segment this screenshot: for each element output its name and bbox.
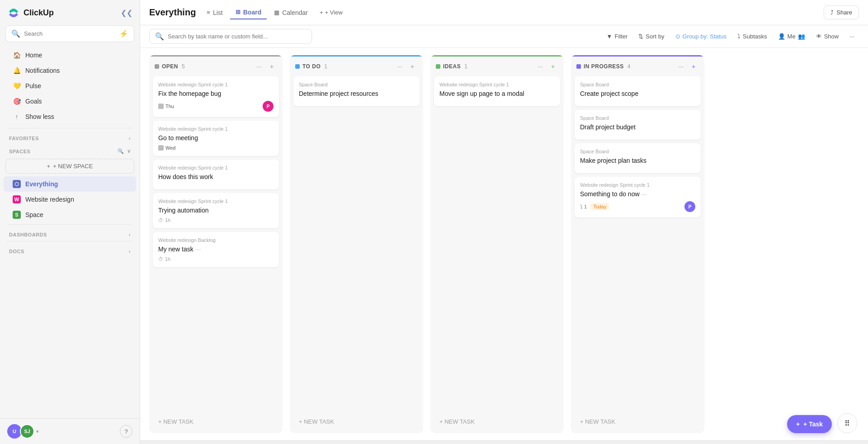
card-my-new-task[interactable]: Website redesign Backlog My new task — ⏱…	[153, 232, 279, 267]
fab-more-button[interactable]: ⠿	[837, 413, 857, 433]
card-create-project-scope[interactable]: Space Board Create project scope	[575, 76, 701, 106]
sidebar-item-show-less[interactable]: ↑ Show less	[4, 109, 136, 124]
inprogress-add-button[interactable]: +	[688, 61, 699, 72]
groupby-button[interactable]: ⊙ Group by: Status	[671, 30, 731, 43]
sidebar-item-website-redesign[interactable]: W Website redesign	[4, 192, 136, 207]
ideas-column-title: IDEAS	[443, 63, 461, 70]
docs-chevron-icon[interactable]: ›	[129, 249, 131, 254]
open-column-header: OPEN 5 ··· +	[149, 57, 283, 76]
new-space-button[interactable]: + + NEW SPACE	[5, 159, 134, 174]
card-how-does-this-work[interactable]: Website redesign Sprint cycle 1 How does…	[153, 160, 279, 189]
open-cards: Website redesign Sprint cycle 1 Fix the …	[149, 76, 283, 414]
search-input[interactable]	[24, 30, 116, 37]
sidebar-item-space[interactable]: S Space	[4, 207, 136, 222]
card-title: Fix the homepage bug	[158, 90, 274, 97]
open-column-actions: ··· +	[254, 61, 277, 72]
card-draft-project-budget[interactable]: Space Board Draft project budget	[575, 110, 701, 140]
card-make-project-plan[interactable]: Space Board Make project plan tasks	[575, 143, 701, 173]
card-title: Create project scope	[580, 90, 695, 97]
subtask-icon: ⤵	[580, 204, 583, 209]
me-button[interactable]: 👤 Me 👥	[774, 30, 810, 43]
clickup-logo-icon	[7, 6, 20, 19]
sidebar-search-box[interactable]: 🔍 ⚡	[5, 25, 134, 42]
ideas-add-button[interactable]: +	[547, 61, 558, 72]
card-date-tag: Wed	[158, 145, 175, 151]
sidebar-item-everything[interactable]: ⬡ Everything	[4, 176, 136, 192]
everything-dot: ⬡	[13, 180, 21, 188]
add-view-button[interactable]: + + View	[315, 6, 347, 19]
card-title: My new task —	[158, 246, 274, 253]
card-breadcrumb: Space Board	[299, 82, 414, 87]
sidebar-item-space-label: Space	[25, 211, 43, 218]
card-fix-homepage[interactable]: Website redesign Sprint cycle 1 Fix the …	[153, 76, 279, 117]
flag-icon	[158, 104, 164, 109]
spaces-search-icon[interactable]: 🔍	[118, 148, 124, 154]
sidebar-item-notifications[interactable]: 🔔 Notifications	[4, 63, 136, 78]
todo-add-button[interactable]: +	[407, 61, 418, 72]
help-button[interactable]: ?	[120, 425, 132, 438]
subtasks-label: Subtasks	[743, 33, 767, 40]
website-redesign-dot: W	[13, 195, 21, 203]
card-something-to-do-now[interactable]: Website redesign Sprint cycle 1 Somethin…	[575, 177, 701, 217]
open-new-task-button[interactable]: + NEW TASK	[153, 414, 279, 430]
plus-icon: +	[47, 163, 51, 170]
card-title: How does this work	[158, 173, 274, 180]
card-title: Make project plan tasks	[580, 157, 695, 164]
spaces-chevron-icon[interactable]: ∨	[127, 148, 131, 154]
todo-status-dot	[295, 64, 300, 69]
card-title: Move sign up page to a modal	[439, 90, 555, 97]
inprogress-more-button[interactable]: ···	[675, 61, 686, 72]
toolbar-search-input[interactable]	[168, 33, 306, 40]
tab-list[interactable]: ≡ List	[201, 6, 228, 19]
card-go-to-meeting[interactable]: Website redesign Sprint cycle 1 Go to me…	[153, 121, 279, 156]
card-breadcrumb: Space Board	[580, 82, 695, 87]
ideas-more-button[interactable]: ···	[535, 61, 546, 72]
inprogress-new-task-button[interactable]: + NEW TASK	[575, 414, 701, 430]
show-button[interactable]: 👁 Show	[811, 30, 844, 43]
board-icon: ⊞	[236, 9, 241, 15]
todo-more-button[interactable]: ···	[394, 61, 405, 72]
tab-board[interactable]: ⊞ Board	[230, 6, 267, 19]
card-determine-project-resources[interactable]: Space Board Determine project resources	[293, 76, 420, 106]
card-title: Determine project resources	[299, 90, 414, 97]
card-trying-automation[interactable]: Website redesign Sprint cycle 1 Trying a…	[153, 193, 279, 228]
subtasks-icon: ⤵	[737, 33, 741, 40]
card-footer: ⏱ 1h	[158, 217, 274, 223]
more-options-button[interactable]: ···	[845, 30, 859, 43]
tab-list-label: List	[213, 9, 223, 16]
inprogress-column-count: 4	[627, 63, 631, 70]
subtasks-button[interactable]: ⤵ Subtasks	[733, 30, 771, 43]
card-time: ⏱ 1h	[158, 217, 170, 223]
open-more-button[interactable]: ···	[254, 61, 264, 72]
dashboards-chevron-icon[interactable]: ›	[129, 232, 131, 237]
ideas-cards: Website redesign Sprint cycle 1 Move sig…	[430, 76, 564, 414]
card-breadcrumb: Website redesign Sprint cycle 1	[158, 82, 274, 87]
toolbar-search-box[interactable]: 🔍	[149, 29, 312, 44]
plus-icon: +	[320, 9, 323, 16]
sidebar-item-home[interactable]: 🏠 Home	[4, 47, 136, 63]
sidebar-item-goals[interactable]: 🎯 Goals	[4, 94, 136, 109]
card-breadcrumb: Website redesign Sprint cycle 1	[158, 126, 274, 132]
sortby-button[interactable]: ⇅ Sort by	[634, 30, 669, 43]
open-add-button[interactable]: +	[266, 61, 277, 72]
tab-calendar[interactable]: ▦ Calendar	[269, 6, 313, 19]
me-icon: 👤	[778, 33, 785, 40]
sidebar-collapse-button[interactable]: ❮❮	[121, 9, 132, 17]
sidebar-bottom: U SJ ▾ ?	[0, 418, 140, 444]
card-title: Trying automation	[158, 207, 274, 214]
share-button[interactable]: ⤴ Share	[824, 5, 859, 19]
sidebar-item-pulse[interactable]: 💛 Pulse	[4, 78, 136, 94]
filter-icon: ▼	[607, 33, 613, 40]
filter-button[interactable]: ▼ Filter	[602, 30, 632, 43]
favorites-chevron-icon[interactable]: ›	[129, 136, 131, 141]
user-avatar-sj[interactable]: SJ	[20, 424, 34, 439]
todo-new-task-button[interactable]: + NEW TASK	[293, 414, 420, 430]
todo-cards: Space Board Determine project resources	[290, 76, 423, 414]
bell-icon: 🔔	[13, 67, 21, 74]
ideas-new-task-button[interactable]: + NEW TASK	[434, 414, 560, 430]
pulse-icon: 💛	[13, 82, 21, 90]
open-status-dot	[155, 64, 159, 69]
user-dropdown-arrow[interactable]: ▾	[36, 429, 39, 435]
add-task-fab[interactable]: + + Task	[787, 415, 832, 433]
card-move-signup[interactable]: Website redesign Sprint cycle 1 Move sig…	[434, 76, 560, 106]
